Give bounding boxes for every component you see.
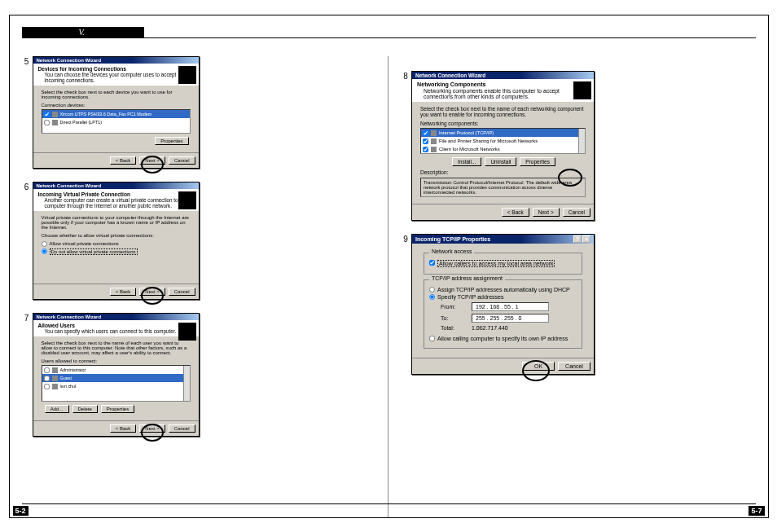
step-number: 8: [400, 71, 411, 82]
user-icon: [52, 376, 58, 381]
add-button[interactable]: Add...: [45, 405, 69, 413]
device-name: Xircom UTPS PS4/33.6 Data_Fax PC1 Modem: [60, 112, 152, 117]
list-item[interactable]: Guest: [42, 374, 190, 382]
allow-lan-checkbox[interactable]: [429, 260, 435, 266]
total-label: Total:: [441, 325, 463, 331]
list-item[interactable]: Client for Microsoft Networks: [421, 145, 585, 153]
component-list[interactable]: Internet Protocol (TCP/IP) File and Prin…: [420, 128, 586, 154]
install-button[interactable]: Install...: [452, 157, 481, 166]
group-label: Network access: [429, 248, 474, 254]
title-bar: Network Connection Wizard: [33, 314, 199, 320]
list-item[interactable]: lsm chul: [42, 382, 190, 390]
no-vpn-radio[interactable]: [42, 248, 47, 254]
ok-button[interactable]: OK: [522, 362, 555, 371]
protocol-icon: [431, 130, 437, 136]
sharing-icon: [431, 138, 437, 144]
next-button[interactable]: Next >: [139, 156, 165, 165]
radio-label: Specify TCP/IP addresses: [437, 294, 503, 300]
user-icon: [52, 367, 58, 373]
properties-button[interactable]: Properties: [155, 137, 188, 145]
step-5: 5 Network Connection Wizard Devices for …: [23, 56, 375, 169]
list-item[interactable]: File and Printer Sharing for Microsoft N…: [421, 137, 585, 145]
step-number: 9: [400, 234, 411, 245]
step-number: 5: [21, 56, 33, 68]
dhcp-radio[interactable]: [429, 287, 435, 292]
component-checkbox[interactable]: [423, 147, 428, 152]
cancel-button[interactable]: Cancel: [169, 156, 195, 165]
radio-label: Assign TCP/IP addresses automatically us…: [437, 287, 570, 292]
scrollbar[interactable]: [578, 129, 585, 153]
next-button[interactable]: Next >: [139, 288, 165, 296]
list-item[interactable]: Internet Protocol (TCP/IP): [421, 129, 585, 137]
list-item[interactable]: Xircom UTPS PS4/33.6 Data_Fax PC1 Modem: [42, 110, 190, 118]
title-bar[interactable]: Incoming TCP/IP Properties ? ×: [412, 235, 594, 244]
from-ip-input[interactable]: 192 . 168 . 55 . 1: [472, 302, 549, 311]
cancel-button[interactable]: Cancel: [558, 362, 590, 371]
title-bar: Network Connection Wizard: [33, 57, 199, 64]
device-checkbox[interactable]: [44, 120, 50, 125]
cancel-button[interactable]: Cancel: [169, 424, 195, 433]
step-8: 8 Network Connection Wizard Networking C…: [402, 71, 755, 221]
title-bar: Network Connection Wizard: [33, 182, 199, 189]
step-number: 6: [21, 182, 33, 193]
user-checkbox[interactable]: [44, 384, 50, 389]
radio-label: Allow virtual private connections: [50, 241, 119, 246]
wizard-vpn: Network Connection Wizard Incoming Virtu…: [33, 182, 200, 300]
user-checkbox[interactable]: [44, 367, 50, 373]
next-button[interactable]: Next >: [139, 424, 165, 433]
step-7: 7 Network Connection Wizard Allowed User…: [23, 313, 375, 437]
from-label: From:: [441, 304, 463, 310]
back-button[interactable]: < Back: [502, 208, 529, 217]
specify-radio[interactable]: [429, 294, 435, 300]
component-name: Client for Microsoft Networks: [439, 147, 500, 152]
window-title: Network Connection Wizard: [37, 314, 102, 319]
instruction-text: Select the check box next to the name of…: [42, 341, 191, 355]
device-checkbox[interactable]: [44, 112, 50, 117]
back-button[interactable]: < Back: [110, 156, 137, 165]
window-title: Network Connection Wizard: [415, 73, 485, 78]
cancel-button[interactable]: Cancel: [563, 208, 590, 217]
list-item[interactable]: Direct Parallel (LPT1): [42, 118, 190, 126]
cancel-button[interactable]: Cancel: [169, 288, 195, 296]
wizard-icon: [573, 81, 591, 99]
component-checkbox[interactable]: [423, 130, 428, 136]
delete-button[interactable]: Delete: [72, 405, 98, 413]
instruction-text: Virtual private connections to your comp…: [42, 215, 191, 230]
user-list[interactable]: Administrator Guest lsm chul: [42, 365, 191, 402]
allow-caller-ip-checkbox[interactable]: [429, 336, 435, 341]
page-number-right: 5-7: [748, 506, 764, 516]
device-list[interactable]: Xircom UTPS PS4/33.6 Data_Fax PC1 Modem …: [42, 109, 191, 134]
properties-button[interactable]: Properties: [520, 157, 555, 166]
wizard-users: Network Connection Wizard Allowed Users …: [33, 313, 200, 437]
ip-assignment-group: TCP/IP address assignment Assign TCP/IP …: [424, 279, 582, 349]
next-button[interactable]: Next >: [533, 208, 560, 217]
help-button[interactable]: ?: [573, 235, 582, 243]
network-access-group: Network access Allow callers to access m…: [424, 253, 582, 275]
back-button[interactable]: < Back: [110, 288, 137, 296]
choose-label: Choose whether to allow virtual private …: [42, 233, 191, 238]
to-label: To:: [441, 315, 463, 321]
step-9: 9 Incoming TCP/IP Properties ? × Network…: [402, 234, 755, 375]
to-ip-input[interactable]: 255 . 255 . 255 . 0: [472, 314, 549, 323]
wizard-subheading: Networking components enable this comput…: [417, 88, 589, 99]
user-icon: [52, 384, 58, 389]
window-controls: ? ×: [573, 235, 590, 243]
close-button[interactable]: ×: [582, 235, 590, 243]
user-name: Guest: [60, 376, 72, 380]
back-button[interactable]: < Back: [110, 424, 137, 433]
allow-vpn-radio[interactable]: [42, 241, 47, 247]
properties-button[interactable]: Properties: [101, 405, 134, 413]
user-checkbox[interactable]: [44, 376, 50, 381]
component-name: Internet Protocol (TCP/IP): [439, 130, 494, 135]
instruction-text: Select the check box next to each device…: [42, 90, 191, 99]
uninstall-button[interactable]: Uninstall: [485, 157, 516, 166]
scrollbar[interactable]: [183, 366, 190, 401]
wizard-heading: Devices for Incoming Connections: [38, 66, 126, 72]
step-number: 7: [21, 313, 33, 324]
list-item[interactable]: Administrator: [42, 366, 190, 374]
component-checkbox[interactable]: [423, 138, 428, 144]
page-number-left: 5-2: [13, 506, 29, 516]
description-text: Transmission Control Protocol/Internet P…: [420, 178, 586, 197]
dialog-tcpip: Incoming TCP/IP Properties ? × Network a…: [411, 234, 595, 375]
user-name: lsm chul: [60, 384, 77, 389]
